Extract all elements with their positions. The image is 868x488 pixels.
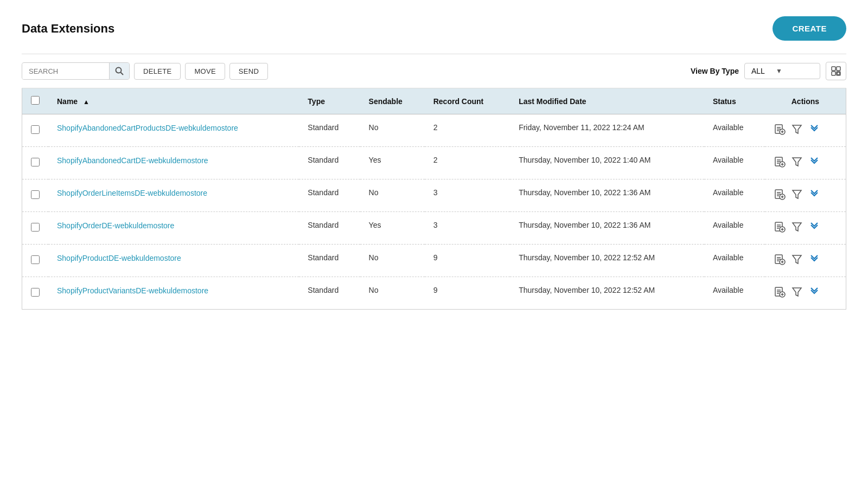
- filter-icon[interactable]: [791, 286, 803, 300]
- col-actions: Actions: [765, 88, 846, 114]
- data-table: Name ▲ Type Sendable Record Count Last M…: [22, 88, 846, 309]
- row-record-count-cell: 2: [425, 114, 510, 147]
- send-button[interactable]: SEND: [229, 63, 268, 80]
- col-actions-label: Actions: [792, 97, 819, 106]
- row-name-link[interactable]: ShopifyAbandonedCartProductsDE-webkuldem…: [57, 123, 290, 134]
- svg-marker-14: [793, 125, 801, 133]
- view-by-value: ALL: [751, 67, 765, 75]
- filter-icon[interactable]: [791, 123, 803, 138]
- row-checkbox-cell[interactable]: [22, 277, 48, 310]
- more-icon[interactable]: [808, 221, 820, 235]
- import-icon[interactable]: [774, 156, 786, 170]
- row-name-cell: ShopifyOrderDE-webkuldemostore: [48, 212, 299, 245]
- row-actions-cell: [765, 277, 846, 310]
- row-last-modified-cell: Thursday, November 10, 2022 1:40 AM: [510, 147, 704, 179]
- row-sendable-cell: No: [360, 245, 425, 277]
- svg-rect-2: [832, 67, 835, 70]
- search-wrapper: [22, 62, 130, 80]
- more-icon[interactable]: [808, 156, 820, 170]
- row-checkbox[interactable]: [31, 223, 40, 232]
- move-button[interactable]: MOVE: [185, 63, 225, 80]
- row-checkbox[interactable]: [31, 255, 40, 264]
- table-row: ShopifyProductVariantsDE-webkuldemostore…: [22, 277, 846, 310]
- row-sendable-cell: No: [360, 277, 425, 310]
- svg-line-1: [121, 73, 124, 75]
- row-record-count-cell: 9: [425, 277, 510, 310]
- import-icon[interactable]: [774, 221, 786, 235]
- row-record-count-cell: 3: [425, 179, 510, 212]
- table-row: ShopifyAbandonedCartDE-webkuldemostore S…: [22, 147, 846, 179]
- row-checkbox-cell[interactable]: [22, 147, 48, 179]
- col-last-modified: Last Modified Date: [510, 88, 704, 114]
- col-name[interactable]: Name ▲: [48, 88, 299, 114]
- col-sendable-label: Sendable: [369, 97, 403, 106]
- col-name-label: Name: [57, 97, 78, 106]
- row-type-cell: Standard: [299, 179, 360, 212]
- filter-icon[interactable]: [791, 188, 803, 203]
- row-sendable-cell: No: [360, 179, 425, 212]
- row-sendable-cell: Yes: [360, 147, 425, 179]
- page-container: Data Extensions CREATE DELETE MOVE SEND …: [0, 0, 868, 488]
- chevron-down-icon: ▼: [776, 67, 782, 75]
- grid-icon: [831, 66, 841, 76]
- import-icon[interactable]: [774, 286, 786, 300]
- delete-button[interactable]: DELETE: [134, 63, 181, 80]
- grid-view-button[interactable]: [826, 62, 846, 80]
- row-actions-cell: [765, 114, 846, 147]
- more-icon[interactable]: [808, 123, 820, 138]
- import-icon[interactable]: [774, 123, 786, 138]
- view-by-label: View By Type: [691, 67, 739, 75]
- row-name-link[interactable]: ShopifyOrderLineItemsDE-webkuldemostore: [57, 188, 290, 199]
- import-icon[interactable]: [774, 253, 786, 268]
- toolbar-right: View By Type ALL ▼: [691, 62, 846, 80]
- more-icon[interactable]: [808, 253, 820, 268]
- row-name-link[interactable]: ShopifyProductVariantsDE-webkuldemostore: [57, 286, 290, 297]
- svg-marker-22: [793, 158, 801, 166]
- svg-marker-30: [793, 190, 801, 198]
- row-name-link[interactable]: ShopifyProductDE-webkuldemostore: [57, 253, 290, 264]
- page-header: Data Extensions CREATE: [22, 16, 846, 41]
- row-sendable-cell: Yes: [360, 212, 425, 245]
- svg-point-0: [116, 68, 122, 73]
- svg-point-6: [837, 72, 840, 75]
- row-checkbox[interactable]: [31, 190, 40, 199]
- data-table-wrapper: Name ▲ Type Sendable Record Count Last M…: [22, 88, 846, 310]
- search-input[interactable]: [22, 63, 109, 79]
- row-name-cell: ShopifyOrderLineItemsDE-webkuldemostore: [48, 179, 299, 212]
- row-last-modified-cell: Thursday, November 10, 2022 12:52 AM: [510, 277, 704, 310]
- row-type-cell: Standard: [299, 147, 360, 179]
- row-record-count-cell: 3: [425, 212, 510, 245]
- view-by-select[interactable]: ALL ▼: [744, 63, 820, 79]
- row-status-cell: Available: [704, 277, 765, 310]
- row-checkbox-cell[interactable]: [22, 114, 48, 147]
- search-button[interactable]: [109, 63, 129, 79]
- row-name-link[interactable]: ShopifyAbandonedCartDE-webkuldemostore: [57, 156, 290, 166]
- table-row: ShopifyOrderDE-webkuldemostore Standard …: [22, 212, 846, 245]
- col-type: Type: [299, 88, 360, 114]
- table-row: ShopifyProductDE-webkuldemostore Standar…: [22, 245, 846, 277]
- row-status-cell: Available: [704, 245, 765, 277]
- select-all-cell[interactable]: [22, 88, 48, 114]
- row-last-modified-cell: Thursday, November 10, 2022 12:52 AM: [510, 245, 704, 277]
- select-all-checkbox[interactable]: [31, 96, 40, 105]
- row-type-cell: Standard: [299, 114, 360, 147]
- row-status-cell: Available: [704, 114, 765, 147]
- filter-icon[interactable]: [791, 221, 803, 235]
- row-name-cell: ShopifyProductDE-webkuldemostore: [48, 245, 299, 277]
- row-checkbox-cell[interactable]: [22, 245, 48, 277]
- filter-icon[interactable]: [791, 156, 803, 170]
- more-icon[interactable]: [808, 286, 820, 300]
- row-checkbox-cell[interactable]: [22, 212, 48, 245]
- filter-icon[interactable]: [791, 253, 803, 268]
- row-checkbox-cell[interactable]: [22, 179, 48, 212]
- svg-rect-3: [837, 67, 840, 70]
- row-name-link[interactable]: ShopifyOrderDE-webkuldemostore: [57, 221, 290, 232]
- row-actions-cell: [765, 147, 846, 179]
- row-checkbox[interactable]: [31, 125, 40, 134]
- table-row: ShopifyAbandonedCartProductsDE-webkuldem…: [22, 114, 846, 147]
- row-checkbox[interactable]: [31, 158, 40, 166]
- more-icon[interactable]: [808, 188, 820, 203]
- import-icon[interactable]: [774, 188, 786, 203]
- row-checkbox[interactable]: [31, 288, 40, 297]
- create-button[interactable]: CREATE: [773, 16, 846, 41]
